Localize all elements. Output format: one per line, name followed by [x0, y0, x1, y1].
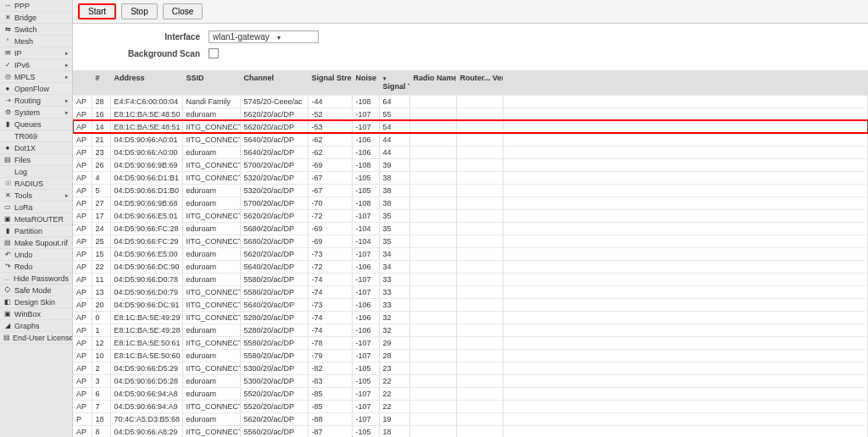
table-row[interactable]: AP804:D5:90:66:A8:29IITG_CONNECT5560/20/…	[73, 425, 868, 437]
col-type[interactable]	[73, 71, 92, 95]
cell: 55	[379, 108, 409, 120]
sidebar-item-queues[interactable]: ▮Queues	[0, 119, 72, 130]
table-row[interactable]: AP404:D5:90:66:D1:B1IITG_CONNECT5320/20/…	[73, 171, 868, 184]
sidebar-item-label: System	[14, 108, 40, 117]
cell: P	[73, 412, 92, 425]
cell	[503, 133, 868, 146]
sidebar-item-mpls[interactable]: ◎MPLS▸	[0, 71, 72, 83]
col-signal-strength[interactable]: Signal Strength	[308, 71, 352, 95]
col-signal-to-noise[interactable]: ▾Signal To Noise	[379, 71, 409, 95]
col-channel[interactable]: Channel	[240, 71, 308, 95]
bgscan-checkbox[interactable]	[209, 48, 219, 58]
sidebar-item-dot1x[interactable]: ●Dot1X	[0, 142, 72, 154]
table-row[interactable]: AP14E8:1C:BA:5E:48:51IITG_CONNECT5620/20…	[73, 120, 868, 133]
cell: AP	[73, 108, 92, 120]
sidebar-item-ipv6[interactable]: ✓IPv6▸	[0, 59, 72, 71]
grid-wrap[interactable]: # Address SSID Channel Signal Strength N…	[73, 71, 868, 437]
cell: 39	[379, 158, 409, 171]
table-row[interactable]: AP204:D5:90:66:D5:29IITG_CONNECT5300/20/…	[73, 362, 868, 374]
sidebar-item-tools[interactable]: ✕Tools▸	[0, 190, 72, 202]
sidebar-item-end-user-license[interactable]: ▤End-User License	[0, 332, 72, 344]
sidebar-item-tr069[interactable]: TR069	[0, 130, 72, 142]
table-row[interactable]: AP2004:D5:90:66:DC:91IITG_CONNECT5640/20…	[73, 298, 868, 311]
sidebar-item-bridge[interactable]: ✕Bridge	[0, 12, 72, 24]
sidebar-item-design-skin[interactable]: ◧Design Skin	[0, 296, 72, 308]
table-row[interactable]: AP2404:D5:90:66:FC:28eduroam5680/20/ac/D…	[73, 222, 868, 235]
col-num[interactable]: #	[92, 71, 110, 95]
table-row[interactable]: AP704:D5:90:66:94:A9IITG_CONNECT5520/20/…	[73, 400, 868, 412]
cell: -108	[352, 196, 379, 209]
start-button[interactable]: Start	[78, 3, 116, 19]
table-row[interactable]: P1870:4C:A5:D3:B5:68eduroam5620/20/ac/DP…	[73, 412, 868, 425]
cell: IITG_CONNECT	[182, 336, 240, 349]
table-row[interactable]: AP1E8:1C:BA:5E:49:28eduroam5280/20/ac/DP…	[73, 324, 868, 336]
cell	[409, 171, 456, 184]
sidebar-item-ppp[interactable]: ↔PPP	[0, 0, 72, 12]
sidebar-item-safe-mode[interactable]: 🌣Safe Mode	[0, 285, 72, 296]
col-address[interactable]: Address	[110, 71, 182, 95]
table-row[interactable]: AP1504:D5:90:66:E5:00eduroam5620/20/ac/D…	[73, 247, 868, 260]
sidebar-item-graphs[interactable]: ◢Graphs	[0, 320, 72, 332]
sidebar-item-mesh[interactable]: °Mesh	[0, 36, 72, 47]
table-row[interactable]: AP604:D5:90:66:94:A8eduroam5520/20/ac/DP…	[73, 387, 868, 400]
table-row[interactable]: AP2604:D5:90:66:9B:69IITG_CONNECT5700/20…	[73, 158, 868, 171]
sidebar-item-label: Mesh	[14, 37, 33, 46]
sidebar-item-hide-passwords[interactable]: …Hide Passwords	[0, 273, 72, 285]
cell: 16	[92, 108, 110, 120]
sidebar-item-partition[interactable]: ▮Partition	[0, 225, 72, 237]
table-row[interactable]: AP2104:D5:90:66:A0:01IITG_CONNECT5640/20…	[73, 133, 868, 146]
sidebar-item-lora[interactable]: ▭LoRa	[0, 202, 72, 213]
sidebar-item-label: End-User License	[13, 334, 72, 342]
sidebar-item-winbox[interactable]: ▣WinBox	[0, 308, 72, 320]
table-row[interactable]: AP10E8:1C:BA:5E:50:60eduroam5580/20/ac/D…	[73, 349, 868, 362]
col-router-version[interactable]: Router... Version	[456, 71, 503, 95]
table-row[interactable]: AP28E4:F4:C6:00:00:04Nandi Family5745/20…	[73, 95, 868, 108]
table-row[interactable]: AP2704:D5:90:66:9B:68eduroam5700/20/ac/D…	[73, 196, 868, 209]
cell: eduroam	[182, 108, 240, 120]
table-row[interactable]: AP2204:D5:90:66:DC:90eduroam5640/20/ac/D…	[73, 260, 868, 273]
sidebar-item-undo[interactable]: ↶Undo	[0, 249, 72, 261]
col-radio-name[interactable]: Radio Name	[409, 71, 456, 95]
sidebar-item-make-supout-rif[interactable]: ▤Make Supout.rif	[0, 237, 72, 249]
sidebar-item-routing[interactable]: ⇢Routing▸	[0, 95, 72, 107]
table-row[interactable]: AP504:D5:90:66:D1:B0eduroam5320/20/ac/DP…	[73, 184, 868, 196]
cell: -105	[352, 362, 379, 374]
sidebar-item-ip[interactable]: ✉IP▸	[0, 47, 72, 59]
chevron-right-icon: ▸	[65, 74, 69, 80]
table-row[interactable]: AP304:D5:90:66:D5:28eduroam5300/20/ac/DP…	[73, 374, 868, 387]
sidebar-item-files[interactable]: ▤Files	[0, 154, 72, 166]
table-row[interactable]: AP2504:D5:90:66:FC:29IITG_CONNECT5680/20…	[73, 235, 868, 247]
table-row[interactable]: AP1704:D5:90:66:E5:01IITG_CONNECT5620/20…	[73, 209, 868, 222]
table-row[interactable]: AP16E8:1C:BA:5E:48:50eduroam5620/20/ac/D…	[73, 108, 868, 120]
sidebar-item-switch[interactable]: ⇆Switch	[0, 24, 72, 36]
cell: 12	[92, 336, 110, 349]
sidebar-item-redo[interactable]: ↷Redo	[0, 261, 72, 273]
interface-label: Interface	[107, 32, 209, 41]
interface-select[interactable]: wlan1-gateway	[209, 30, 319, 43]
table-row[interactable]: AP1304:D5:90:66:D0:79IITG_CONNECT5580/20…	[73, 285, 868, 298]
table-row[interactable]: AP1104:D5:90:66:D0:78eduroam5580/20/ac/D…	[73, 273, 868, 285]
sidebar-item-log[interactable]: Log	[0, 166, 72, 178]
cell	[456, 209, 503, 222]
cell: 04:D5:90:66:9B:69	[110, 158, 182, 171]
table-row[interactable]: AP12E8:1C:BA:5E:50:61IITG_CONNECT5580/20…	[73, 336, 868, 349]
cell	[409, 324, 456, 336]
sidebar-item-system[interactable]: ⚙System▸	[0, 107, 72, 119]
stop-button[interactable]: Stop	[121, 3, 158, 19]
table-row[interactable]: AP0E8:1C:BA:5E:49:29IITG_CONNECT5280/20/…	[73, 311, 868, 324]
table-row[interactable]: AP2304:D5:90:66:A0:00eduroam5640/20/ac/D…	[73, 146, 868, 158]
col-ssid[interactable]: SSID	[182, 71, 240, 95]
cell	[456, 336, 503, 349]
bridge-icon: ✕	[3, 14, 12, 22]
close-button[interactable]: Close	[163, 3, 203, 19]
cell	[503, 336, 868, 349]
sidebar-item-metarouter[interactable]: ▣MetaROUTER	[0, 213, 72, 225]
cell: AP	[73, 171, 92, 184]
sidebar-item-openflow[interactable]: ●OpenFlow	[0, 83, 72, 95]
cell	[409, 285, 456, 298]
cell: IITG_CONNECT	[182, 133, 240, 146]
sidebar-item-radius[interactable]: ☉RADIUS	[0, 178, 72, 190]
sidebar-item-label: LoRa	[14, 203, 33, 212]
col-noise-floor[interactable]: Noise Floor	[352, 71, 379, 95]
cell: 33	[379, 273, 409, 285]
